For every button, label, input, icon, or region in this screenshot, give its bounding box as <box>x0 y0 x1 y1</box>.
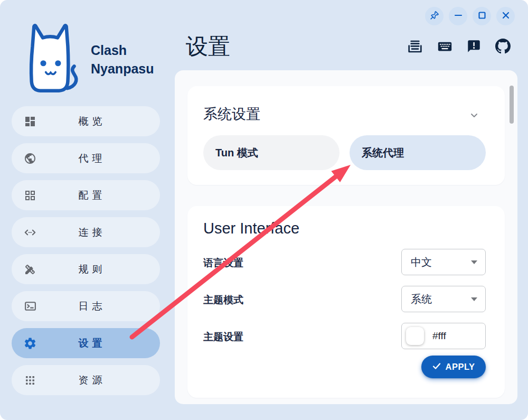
color-swatch[interactable] <box>406 327 424 345</box>
feedback-button[interactable] <box>464 38 483 57</box>
sidebar-item-overview[interactable]: 概览 <box>12 106 160 136</box>
github-button[interactable] <box>493 38 512 57</box>
caret-down-icon <box>471 260 477 264</box>
system-proxy-button[interactable]: 系统代理 <box>350 135 486 170</box>
theme-color-field[interactable]: #fff <box>401 323 486 349</box>
page-title: 设置 <box>186 32 230 61</box>
color-value: #fff <box>432 330 446 342</box>
language-setting-label: 语言设置 <box>203 256 243 270</box>
maximize-window-button[interactable] <box>473 7 491 25</box>
sidebar-item-label: 概览 <box>37 115 160 128</box>
cat-logo <box>16 20 84 97</box>
app-window: Clash Nyanpasu 概览 代理 配置 连接 <box>0 0 528 420</box>
design-tools-icon <box>23 263 37 276</box>
language-select[interactable]: 中文 <box>401 249 486 275</box>
sidebar-item-settings[interactable]: 设置 <box>12 328 160 358</box>
dashboard-icon <box>23 115 37 128</box>
collapse-section-button[interactable] <box>468 109 480 122</box>
github-icon <box>495 39 511 55</box>
terminal-icon <box>23 300 37 313</box>
apply-button-label: APPLY <box>446 362 475 372</box>
tun-mode-button[interactable]: Tun 模式 <box>203 135 340 170</box>
sidebar-item-label: 资源 <box>37 374 160 387</box>
user-interface-title: User Interface <box>203 220 299 237</box>
keyboard-icon <box>437 39 452 55</box>
system-settings-card: 系统设置 Tun 模式 系统代理 <box>187 86 505 185</box>
check-icon <box>432 362 441 372</box>
keyboard-shortcuts-button[interactable] <box>435 38 454 57</box>
caret-down-icon <box>471 297 477 301</box>
app-name-line1: Clash <box>91 41 154 60</box>
sidebar-item-label: 配置 <box>37 189 160 202</box>
language-select-value: 中文 <box>411 255 432 269</box>
sidebar-item-connections[interactable]: 连接 <box>12 217 160 247</box>
maximize-icon <box>477 11 487 22</box>
minimize-icon <box>454 11 463 22</box>
pushpin-icon <box>429 10 440 22</box>
sidebar-item-logs[interactable]: 日志 <box>12 291 160 321</box>
system-settings-title: 系统设置 <box>203 105 260 124</box>
theme-mode-select[interactable]: 系统 <box>401 286 486 312</box>
close-icon <box>501 11 511 22</box>
sidebar-item-label: 规则 <box>37 263 160 276</box>
sidebar-item-label: 日志 <box>37 300 160 313</box>
sidebar-item-resources[interactable]: 资源 <box>12 365 160 395</box>
theme-mode-label: 主题模式 <box>203 293 243 307</box>
sidebar-item-label: 设置 <box>37 337 160 350</box>
receipt-list-button[interactable] <box>406 38 425 57</box>
settings-scroll-area: 系统设置 Tun 模式 系统代理 User Interface 语言设置 中文 … <box>175 70 517 404</box>
grid-view-icon <box>23 189 37 202</box>
minimize-window-button[interactable] <box>449 7 467 25</box>
scrollbar-thumb[interactable] <box>510 86 514 124</box>
apply-button[interactable]: APPLY <box>421 356 486 378</box>
pin-window-button[interactable] <box>425 7 444 25</box>
close-window-button[interactable] <box>496 7 515 25</box>
chevron-down-icon <box>469 110 479 122</box>
code-brackets-icon <box>23 226 37 239</box>
feedback-icon <box>467 39 481 55</box>
app-name: Clash Nyanpasu <box>91 41 154 78</box>
app-name-line2: Nyanpasu <box>91 60 154 78</box>
gear-icon <box>23 337 37 350</box>
theme-setting-label: 主题设置 <box>203 330 243 344</box>
receipt-list-icon <box>407 38 423 57</box>
sidebar-item-label: 连接 <box>37 226 160 239</box>
apps-grid-icon <box>23 374 37 387</box>
sidebar-item-proxies[interactable]: 代理 <box>12 143 160 173</box>
sidebar-item-profiles[interactable]: 配置 <box>12 180 160 210</box>
sidebar-item-label: 代理 <box>37 152 160 165</box>
theme-mode-select-value: 系统 <box>411 292 432 306</box>
sidebar-item-rules[interactable]: 规则 <box>12 254 160 284</box>
globe-icon <box>23 152 37 165</box>
user-interface-card: User Interface 语言设置 中文 主题模式 系统 主题设置 #fff <box>187 206 505 398</box>
